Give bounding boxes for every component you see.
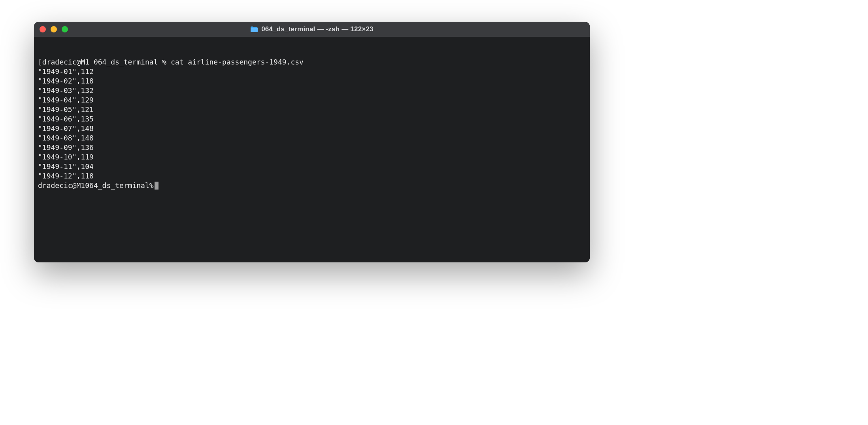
prompt-user-host: dradecic@M1 (42, 58, 89, 66)
zoom-icon[interactable] (62, 26, 68, 32)
output-line: "1949-01",112 (38, 67, 586, 76)
output-line: "1949-10",119 (38, 152, 586, 162)
output-line: "1949-09",136 (38, 143, 586, 152)
output-line: "1949-04",129 (38, 95, 586, 105)
close-icon[interactable] (40, 26, 46, 32)
output-line: "1949-05",121 (38, 105, 586, 114)
output-line: "1949-06",135 (38, 114, 586, 124)
output-line: "1949-08",148 (38, 133, 586, 143)
command-text: cat airline-passengers-1949.csv (171, 58, 304, 66)
traffic-lights (40, 26, 68, 32)
titlebar[interactable]: 064_ds_terminal — -zsh — 122×23 (34, 22, 590, 37)
output-line: "1949-03",132 (38, 86, 586, 95)
prompt-user-host: dradecic@M1 (38, 181, 85, 190)
output-line: "1949-12",118 (38, 171, 586, 181)
window-title: 064_ds_terminal — -zsh — 122×23 (261, 25, 374, 33)
minimize-icon[interactable] (51, 26, 57, 32)
prompt-line[interactable]: dradecic@M1 064_ds_terminal % (38, 181, 586, 190)
prompt-symbol: % (162, 58, 166, 66)
output-line: "1949-07",148 (38, 124, 586, 133)
title-center: 064_ds_terminal — -zsh — 122×23 (34, 25, 590, 33)
folder-icon (250, 26, 258, 32)
prompt-bracket-open: [ (38, 58, 42, 66)
prompt-cwd: 064_ds_terminal (94, 58, 158, 66)
output-line: "1949-11",104 (38, 162, 586, 171)
command-line: [dradecic@M1 064_ds_terminal % cat airli… (38, 57, 586, 67)
terminal-window: 064_ds_terminal — -zsh — 122×23 [dradeci… (34, 22, 590, 262)
cursor-icon (155, 182, 159, 190)
prompt-symbol: % (149, 181, 154, 190)
terminal-body[interactable]: [dradecic@M1 064_ds_terminal % cat airli… (34, 37, 590, 262)
output-line: "1949-02",118 (38, 76, 586, 86)
prompt-cwd: 064_ds_terminal (85, 181, 149, 190)
